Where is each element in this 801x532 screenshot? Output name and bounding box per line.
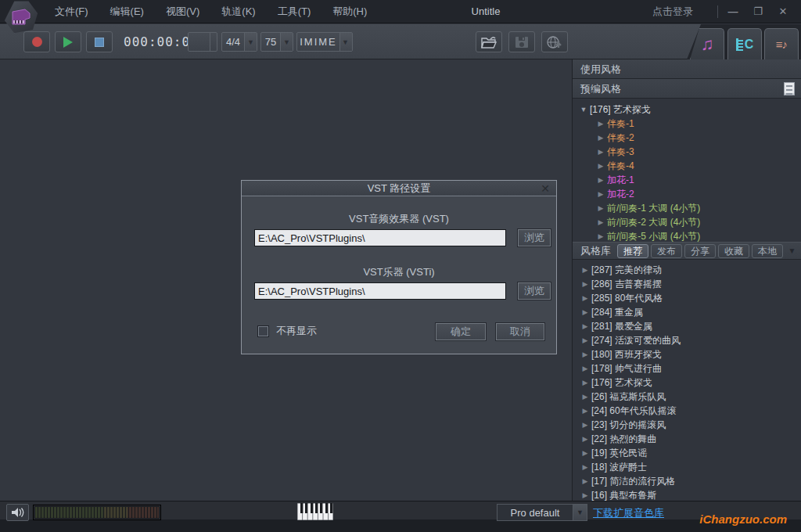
open-file-button[interactable]	[476, 31, 502, 52]
close-button[interactable]: ✕	[771, 0, 795, 23]
library-item[interactable]: ▶[22] 热烈的舞曲	[573, 432, 801, 446]
soundfont-preset-select[interactable]: Pro default ▼	[497, 504, 587, 521]
menu-item[interactable]: 编辑(E)	[99, 0, 155, 23]
chevron-right-icon[interactable]: ▶	[579, 280, 591, 288]
tab-chord-piano[interactable]: C	[727, 28, 762, 59]
chevron-right-icon[interactable]: ▶	[579, 407, 591, 415]
vst-path-input[interactable]	[254, 229, 506, 246]
library-item[interactable]: ▶[26] 福克斯乐队风	[573, 390, 801, 404]
ok-button[interactable]: 确定	[435, 322, 487, 341]
chevron-right-icon[interactable]: ▶	[594, 218, 607, 226]
menu-item[interactable]: 工具(T)	[267, 0, 322, 23]
double-down-arrow-icon[interactable]: ▼	[786, 244, 798, 258]
library-item[interactable]: ▶[19] 英伦民谣	[573, 446, 801, 460]
dialog-close-icon[interactable]: ✕	[538, 181, 552, 196]
browse-vst-button[interactable]: 浏览	[517, 228, 551, 247]
chevron-right-icon[interactable]: ▶	[579, 322, 591, 330]
chevron-right-icon[interactable]: ▶	[579, 308, 591, 316]
tree-item[interactable]: ▶伴奏-1	[573, 117, 801, 131]
library-item[interactable]: ▶[17] 简洁的流行风格	[573, 474, 801, 488]
library-item[interactable]: ▶[23] 切分的摇滚风	[573, 418, 801, 432]
download-soundfont-link[interactable]: 下载扩展音色库	[593, 506, 664, 520]
chevron-right-icon[interactable]: ▶	[594, 148, 607, 156]
menu-item[interactable]: 帮助(H)	[321, 0, 378, 23]
chevron-right-icon[interactable]: ▶	[594, 204, 607, 212]
library-tab[interactable]: 收藏	[718, 244, 749, 258]
library-item[interactable]: ▶[180] 西班牙探戈	[573, 347, 801, 361]
chevron-right-icon[interactable]: ▶	[579, 477, 591, 485]
chevron-right-icon[interactable]: ▶	[579, 449, 591, 457]
tree-item[interactable]: ▶伴奏-2	[573, 131, 801, 145]
library-item[interactable]: ▶[285] 80年代风格	[573, 291, 801, 305]
tree-item[interactable]: ▶加花-1	[573, 173, 801, 187]
chevron-right-icon[interactable]: ▶	[579, 266, 591, 274]
chevron-down-icon[interactable]: ▼	[577, 106, 590, 113]
library-tab[interactable]: 发布	[651, 244, 682, 258]
library-tab[interactable]: 分享	[684, 244, 716, 258]
tab-style-notes[interactable]: ♫	[690, 28, 724, 59]
login-button[interactable]: 点击登录	[652, 0, 693, 23]
chevron-right-icon[interactable]: ▶	[579, 336, 591, 344]
chevron-right-icon[interactable]: ▶	[579, 365, 591, 372]
save-button[interactable]	[508, 31, 535, 52]
dialog-title-bar[interactable]: VST 路径设置 ✕	[242, 181, 556, 196]
chevron-down-icon[interactable]: ▼	[244, 33, 257, 51]
chevron-right-icon[interactable]: ▶	[594, 120, 607, 128]
chevron-right-icon[interactable]: ▶	[579, 435, 591, 443]
record-button[interactable]	[23, 31, 50, 52]
tree-item[interactable]: ▶伴奏-4	[573, 159, 801, 173]
library-item[interactable]: ▶[287] 完美的律动	[573, 263, 801, 277]
chevron-down-icon[interactable]: ▼	[280, 33, 293, 51]
tree-item[interactable]: ▶前/间奏-1 大调 (4小节)	[573, 201, 801, 215]
chevron-right-icon[interactable]: ▶	[579, 379, 591, 386]
document-icon[interactable]	[784, 82, 795, 95]
chevron-right-icon[interactable]: ▶	[579, 350, 591, 358]
tab-track-list[interactable]: ≡♪	[764, 28, 799, 59]
upload-button[interactable]	[541, 31, 568, 52]
tree-item[interactable]: ▶加花-2	[573, 187, 801, 201]
chevron-right-icon[interactable]: ▶	[594, 190, 607, 198]
tree-item[interactable]: ▼[176] 艺术探戈	[573, 102, 801, 117]
chevron-right-icon[interactable]: ▶	[579, 294, 591, 302]
tree-item[interactable]: ▶前/间奏-2 大调 (4小节)	[573, 215, 801, 229]
library-item[interactable]: ▶[176] 艺术探戈	[573, 376, 801, 390]
tree-item[interactable]: ▶伴奏-3	[573, 145, 801, 159]
menu-item[interactable]: 轨道(K)	[210, 0, 266, 23]
browse-vsti-button[interactable]: 浏览	[517, 282, 551, 300]
chevron-right-icon[interactable]: ▶	[579, 421, 591, 429]
library-item[interactable]: ▶[274] 活泼可爱的曲风	[573, 333, 801, 347]
chevron-right-icon[interactable]: ▶	[579, 463, 591, 471]
menu-item[interactable]: 文件(F)	[44, 0, 99, 23]
menu-item[interactable]: 视图(V)	[155, 0, 210, 23]
input-mode-select[interactable]: IMIME ▼	[296, 32, 353, 52]
chevron-right-icon[interactable]: ▶	[594, 162, 607, 170]
time-signature-select[interactable]: 4/4 ▼	[221, 32, 257, 52]
chevron-right-icon[interactable]: ▶	[579, 393, 591, 401]
position-box[interactable]	[188, 32, 217, 52]
chevron-right-icon[interactable]: ▶	[594, 134, 607, 142]
preset-style-header[interactable]: 预编风格	[573, 79, 801, 99]
stop-button[interactable]	[86, 31, 113, 52]
vsti-path-input[interactable]	[254, 282, 506, 300]
minimize-button[interactable]: —	[721, 0, 745, 23]
piano-keyboard-icon[interactable]	[297, 503, 333, 523]
use-style-header[interactable]: 使用风格	[573, 59, 801, 79]
library-item[interactable]: ▶[18] 波萨爵士	[573, 460, 801, 474]
tempo-select[interactable]: 75 ▼	[260, 32, 293, 52]
chevron-right-icon[interactable]: ▶	[594, 232, 607, 240]
maximize-button[interactable]: ❐	[746, 0, 770, 23]
library-item[interactable]: ▶[24] 60年代乐队摇滚	[573, 404, 801, 418]
play-button[interactable]	[55, 31, 81, 52]
library-item[interactable]: ▶[286] 吉普赛摇摆	[573, 277, 801, 291]
speaker-button[interactable]	[6, 504, 29, 521]
library-item[interactable]: ▶[284] 重金属	[573, 305, 801, 319]
dont-show-again-checkbox[interactable]	[257, 325, 269, 337]
library-tab[interactable]: 推荐	[617, 244, 648, 258]
library-tab[interactable]: 本地	[752, 244, 783, 258]
cancel-button[interactable]: 取消	[495, 322, 545, 341]
chevron-right-icon[interactable]: ▶	[594, 176, 607, 184]
chevron-right-icon[interactable]: ▶	[579, 491, 591, 499]
library-item[interactable]: ▶[281] 最爱金属	[573, 319, 801, 333]
chevron-down-icon[interactable]: ▼	[339, 33, 352, 51]
library-item[interactable]: ▶[178] 帅气进行曲	[573, 361, 801, 376]
